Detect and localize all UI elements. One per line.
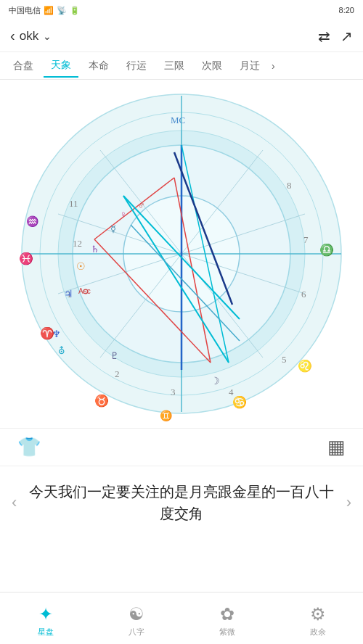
tab-sanjian[interactable]: 三限 xyxy=(157,55,192,77)
transfer-icon[interactable]: ⇄ xyxy=(318,28,330,45)
bazi-label: 八字 xyxy=(129,627,144,637)
svg-text:♆: ♆ xyxy=(52,329,61,339)
svg-text:♇: ♇ xyxy=(110,350,119,361)
status-left: 中国电信 📶 📡 🔋 xyxy=(9,5,80,16)
message-text: 今天我们一定要关注的是月亮跟金星的一百八十度交角 xyxy=(28,481,334,524)
next-message-button[interactable]: › xyxy=(342,493,356,512)
svg-text:6: 6 xyxy=(301,289,306,300)
tab-yueyi[interactable]: 月迁 xyxy=(232,55,267,77)
bottom-nav-xingpan[interactable]: ✦ 星盘 xyxy=(0,600,91,637)
dropdown-icon[interactable]: ⌄ xyxy=(43,30,52,42)
tab-heban[interactable]: 合盘 xyxy=(6,55,41,77)
xingpan-icon: ✦ xyxy=(38,604,53,624)
svg-text:MC: MC xyxy=(171,115,185,125)
svg-text:12: 12 xyxy=(73,238,82,249)
nav-title: okk xyxy=(20,29,38,44)
tab-xingyun[interactable]: 行运 xyxy=(119,55,154,77)
wifi-icon: 📡 xyxy=(57,6,67,15)
svg-text:♂: ♂ xyxy=(138,200,145,211)
svg-text:☽: ☽ xyxy=(211,375,220,387)
svg-text:3: 3 xyxy=(171,387,176,397)
svg-text:7: 7 xyxy=(303,234,309,245)
share-icon[interactable]: ↗ xyxy=(340,28,353,45)
bottom-nav-ziwei[interactable]: ✿ 紫微 xyxy=(182,600,272,637)
tab-benming[interactable]: 本命 xyxy=(81,55,116,77)
top-nav-left: ‹ okk ⌄ xyxy=(10,28,52,44)
svg-text:11: 11 xyxy=(69,198,78,209)
svg-text:5: 5 xyxy=(282,354,287,365)
astrology-chart: 12 1 2 3 4 5 6 7 8 MC 11 ♈ ♉ ♊ ♋ ♌ ♎ ♓ ♒… xyxy=(0,80,363,428)
svg-text:♀: ♀ xyxy=(120,209,127,220)
svg-text:♊: ♊ xyxy=(160,410,173,422)
svg-text:♃: ♃ xyxy=(64,288,73,300)
svg-text:Asc: Asc xyxy=(78,287,91,295)
qita-label: 政余 xyxy=(310,627,326,637)
svg-text:☿: ☿ xyxy=(110,223,116,234)
ziwei-label: 紫微 xyxy=(219,627,235,637)
prev-message-button[interactable]: ‹ xyxy=(7,493,21,512)
top-nav: ‹ okk ⌄ ⇄ ↗ xyxy=(0,20,363,52)
chart-container: 12 1 2 3 4 5 6 7 8 MC 11 ♈ ♉ ♊ ♋ ♌ ♎ ♓ ♒… xyxy=(0,80,363,428)
svg-text:♌: ♌ xyxy=(298,359,312,373)
svg-text:♎: ♎ xyxy=(319,243,334,257)
battery-icon: 🔋 xyxy=(70,6,80,15)
svg-text:♉: ♉ xyxy=(94,394,109,408)
status-right: 8:20 xyxy=(339,6,354,15)
tab-cijian[interactable]: 次限 xyxy=(195,55,229,77)
top-nav-right: ⇄ ↗ xyxy=(318,28,353,45)
bottom-nav-qita[interactable]: ⚙ 政余 xyxy=(272,600,363,637)
tab-tianxiang[interactable]: 天象 xyxy=(44,54,78,78)
message-area: ‹ 今天我们一定要关注的是月亮跟金星的一百八十度交角 › xyxy=(0,466,363,538)
bazi-icon: ☯ xyxy=(129,604,144,624)
grid-icon[interactable]: ▦ xyxy=(327,436,346,458)
tab-more-icon[interactable]: › xyxy=(272,60,275,72)
bottom-nav: ✦ 星盘 ☯ 八字 ✿ 紫微 ⚙ 政余 xyxy=(0,592,363,644)
svg-text:♋: ♋ xyxy=(232,395,247,409)
carrier-label: 中国电信 xyxy=(9,5,41,16)
back-button[interactable]: ‹ xyxy=(10,28,15,44)
signal-icon: 📶 xyxy=(44,6,54,15)
time-label: 8:20 xyxy=(339,6,354,15)
xingpan-label: 星盘 xyxy=(38,627,54,637)
bottom-nav-bazi[interactable]: ☯ 八字 xyxy=(91,600,182,637)
qita-icon: ⚙ xyxy=(310,604,326,624)
svg-text:8: 8 xyxy=(287,180,292,191)
action-row: 👕 ▦ xyxy=(0,428,363,466)
svg-text:⛢: ⛢ xyxy=(58,345,65,356)
svg-text:♓: ♓ xyxy=(19,252,33,265)
svg-text:2: 2 xyxy=(115,368,120,379)
status-bar: 中国电信 📶 📡 🔋 8:20 xyxy=(0,0,363,20)
ziwei-icon: ✿ xyxy=(220,604,234,624)
svg-text:♄: ♄ xyxy=(91,244,99,255)
svg-text:♒: ♒ xyxy=(26,215,39,228)
svg-text:☉: ☉ xyxy=(76,260,86,272)
tab-bar: 合盘 天象 本命 行运 三限 次限 月迁 › xyxy=(0,52,363,80)
clothing-icon[interactable]: 👕 xyxy=(17,436,41,458)
